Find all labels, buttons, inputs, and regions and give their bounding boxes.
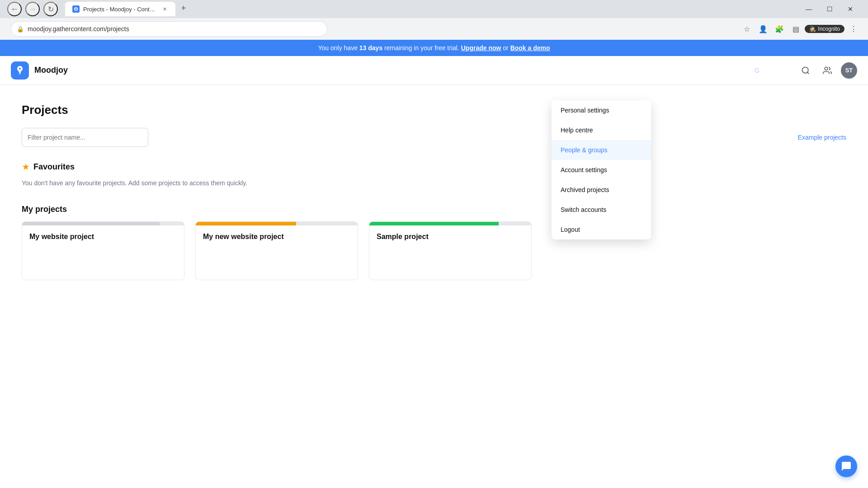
my-projects-section: My projects My website project My new we…: [22, 205, 846, 280]
browser-refresh-btn[interactable]: ↻: [43, 2, 58, 16]
svg-point-0: [802, 67, 808, 73]
favourites-empty-message: You don't have any favourite projects. A…: [22, 179, 846, 187]
favourites-header: ★ Favourites: [22, 161, 846, 172]
project-card-2[interactable]: Sample project: [369, 221, 532, 280]
trial-separator: or: [503, 44, 510, 52]
archived-projects-label: Archived projects: [561, 186, 609, 193]
main-content: Projects Example projects ★ Favourites Y…: [0, 85, 868, 316]
trial-middle: remaining in your free trial.: [384, 44, 461, 52]
active-tab[interactable]: Projects - Moodjoy - Content W... ✕: [65, 2, 175, 16]
maximize-button[interactable]: ☐: [819, 2, 840, 16]
svg-point-1: [825, 67, 828, 70]
project-card-body-1: My new website project: [196, 225, 358, 248]
more-options-icon[interactable]: ⋮: [846, 22, 861, 36]
dropdown-item-people-groups[interactable]: People & groups: [552, 140, 651, 160]
favourites-section: ★ Favourites You don't have any favourit…: [22, 161, 846, 187]
app-name: Moodjoy: [34, 66, 68, 75]
create-project-partial: G: [755, 67, 760, 74]
browser-back-btn[interactable]: ←: [7, 2, 22, 16]
upgrade-link[interactable]: Upgrade now: [461, 44, 501, 52]
incognito-label: Incognito: [818, 26, 840, 32]
tab-favicon: [72, 5, 80, 13]
incognito-icon: 🕵️: [809, 26, 816, 32]
lock-icon: 🔒: [17, 26, 24, 33]
example-projects-button[interactable]: Example projects: [798, 134, 846, 141]
chat-button[interactable]: [835, 455, 857, 477]
browser-tab-bar: Projects - Moodjoy - Content W... ✕ +: [65, 2, 795, 16]
filter-bar: Example projects: [22, 128, 846, 147]
project-title-1: My new website project: [203, 233, 284, 240]
page-title: Projects: [22, 103, 846, 117]
dropdown-item-logout[interactable]: Logout: [552, 220, 651, 239]
app-logo[interactable]: [11, 61, 29, 80]
project-title-2: Sample project: [377, 233, 429, 240]
dropdown-item-account-settings[interactable]: Account settings: [552, 160, 651, 180]
dropdown-item-switch-accounts[interactable]: Switch accounts: [552, 200, 651, 220]
people-groups-label: People & groups: [561, 146, 608, 154]
close-window-button[interactable]: ✕: [840, 2, 861, 16]
project-title-0: My website project: [29, 233, 94, 240]
project-card-body-0: My website project: [22, 225, 184, 248]
trial-days: 13 days: [359, 44, 382, 52]
close-tab-icon[interactable]: ✕: [161, 5, 168, 13]
toolbar-right-actions: ☆ 👤 🧩 ▤ 🕵️ Incognito ⋮: [740, 22, 861, 36]
logout-label: Logout: [561, 226, 580, 233]
account-settings-label: Account settings: [561, 166, 607, 174]
window-controls: — ☐ ✕: [798, 2, 861, 16]
my-projects-title: My projects: [22, 205, 67, 214]
browser-forward-btn[interactable]: →: [25, 2, 40, 16]
dropdown-item-personal-settings[interactable]: Personal settings: [552, 100, 651, 120]
help-centre-label: Help centre: [561, 127, 593, 134]
trial-prefix: You only have: [318, 44, 359, 52]
projects-grid: My website project My new website projec…: [22, 221, 846, 280]
filter-input[interactable]: [22, 128, 148, 147]
project-card-0[interactable]: My website project: [22, 221, 184, 280]
new-tab-button[interactable]: +: [177, 2, 190, 14]
trial-banner: You only have 13 days remaining in your …: [0, 40, 868, 56]
minimize-button[interactable]: —: [798, 2, 819, 16]
project-card-1[interactable]: My new website project: [195, 221, 358, 280]
star-icon: ★: [22, 161, 30, 172]
dropdown-item-help-centre[interactable]: Help centre: [552, 120, 651, 140]
search-button[interactable]: [797, 62, 814, 79]
browser-titlebar: ← → ↻ Projects - Moodjoy - Content W... …: [0, 0, 868, 18]
browser-addressbar-row: 🔒 moodjoy.gathercontent.com/projects ☆ 👤…: [0, 18, 868, 40]
address-bar[interactable]: 🔒 moodjoy.gathercontent.com/projects: [11, 21, 327, 37]
personal-settings-label: Personal settings: [561, 107, 609, 114]
profile-icon[interactable]: 👤: [756, 22, 770, 36]
favourites-title: Favourites: [33, 162, 75, 172]
tab-title: Projects - Moodjoy - Content W...: [83, 6, 156, 13]
project-bar-0: [22, 222, 184, 225]
my-projects-header: My projects: [22, 205, 846, 214]
extensions-icon[interactable]: 🧩: [772, 22, 787, 36]
dropdown-menu: Personal settings Help centre People & g…: [552, 100, 651, 239]
bookmark-icon[interactable]: ☆: [740, 22, 754, 36]
dropdown-item-archived-projects[interactable]: Archived projects: [552, 180, 651, 200]
people-button[interactable]: [819, 62, 835, 79]
app-header: Moodjoy ST G: [0, 56, 868, 85]
header-actions: ST: [797, 62, 857, 79]
url-text: moodjoy.gathercontent.com/projects: [28, 25, 129, 33]
sidebar-icon[interactable]: ▤: [788, 22, 803, 36]
project-card-body-2: Sample project: [369, 225, 531, 248]
demo-link[interactable]: Book a demo: [510, 44, 550, 52]
switch-accounts-label: Switch accounts: [561, 206, 606, 213]
avatar[interactable]: ST: [841, 62, 857, 79]
incognito-badge: 🕵️ Incognito: [805, 25, 844, 33]
project-bar-2: [369, 222, 531, 225]
project-bar-1: [196, 222, 358, 225]
